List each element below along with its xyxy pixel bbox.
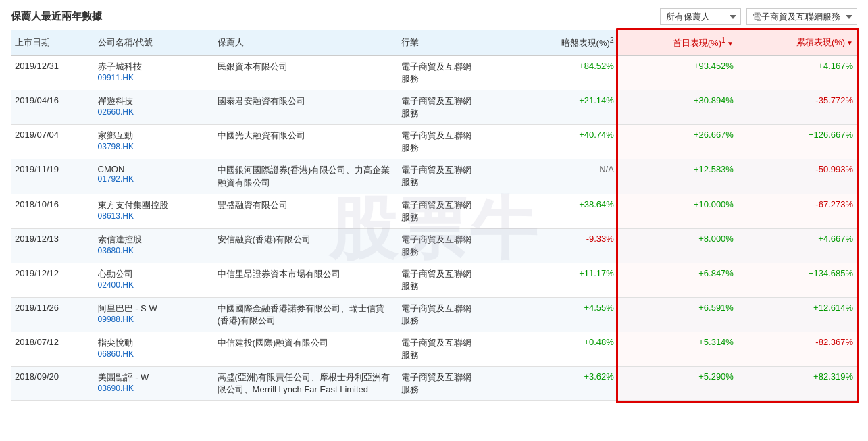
company-code: 01792.HK: [98, 174, 209, 184]
table-row: 2019/07/04家鄉互動03798.HK中國光大融資有限公司電子商貿及互聯網…: [11, 125, 857, 159]
cell-company: 指尖悅動06860.HK: [94, 332, 213, 367]
company-code: 03798.HK: [98, 142, 209, 151]
company-code: 03680.HK: [98, 246, 209, 255]
cell-listdate: 2019/11/26: [11, 297, 94, 332]
cell-industry: 電子商貿及互聯網 服務: [397, 263, 517, 297]
col-header-company: 公司名稱/代號: [94, 30, 213, 55]
company-name: 心動公司: [98, 268, 209, 280]
col-header-darkperf: 暗盤表現(%)2: [517, 30, 618, 55]
cell-sponsor: 中國銀河國際證券(香港)有限公司、力高企業融資有限公司: [213, 159, 397, 194]
table-row: 2018/07/12指尖悅動06860.HK中信建投(國際)融資有限公司電子商貿…: [11, 332, 857, 367]
cell-darkperf: +21.14%: [517, 90, 618, 125]
cell-industry: 電子商貿及互聯網 服務: [397, 297, 517, 332]
cell-company: 東方支付集團控股08613.HK: [94, 194, 213, 228]
cell-darkperf: +38.64%: [517, 194, 618, 228]
col-header-listdate: 上市日期: [11, 30, 94, 55]
industry-filter[interactable]: 電子商貿及互聯網服務: [746, 8, 857, 25]
cell-company: 家鄉互動03798.HK: [94, 125, 213, 159]
cell-cumperf: +4.667%: [738, 228, 857, 263]
company-code: 02660.HK: [98, 107, 209, 117]
table-row: 2019/12/31赤子城科技09911.HK民銀資本有限公司電子商貿及互聯網 …: [11, 55, 857, 90]
table-row: 2018/10/16東方支付集團控股08613.HK豐盛融資有限公司電子商貿及互…: [11, 194, 857, 228]
main-table: 上市日期 公司名稱/代號 保薦人 行業 暗盤表現(%)2 首日表現(%)1▼ 累…: [11, 30, 857, 401]
cell-sponsor: 高盛(亞洲)有限責任公司、摩根士丹利亞洲有限公司、Merrill Lynch F…: [213, 367, 397, 401]
company-name: CMON: [98, 164, 209, 174]
page-wrapper: 股票牛 保薦人最近兩年數據 所有保薦人 電子商貿及互聯網服務 上市日期 公司名稱…: [0, 0, 868, 441]
cell-listdate: 2018/07/12: [11, 332, 94, 367]
cell-company: 阿里巴巴 - S W09988.HK: [94, 297, 213, 332]
cell-company: CMON01792.HK: [94, 159, 213, 194]
cell-cumperf: -35.772%: [738, 90, 857, 125]
company-code: 02400.HK: [98, 280, 209, 290]
cell-firstday: +6.591%: [618, 297, 738, 332]
cell-listdate: 2019/12/31: [11, 55, 94, 90]
cell-sponsor: 豐盛融資有限公司: [213, 194, 397, 228]
cell-company: 心動公司02400.HK: [94, 263, 213, 297]
col-header-sponsor: 保薦人: [213, 30, 397, 55]
cell-darkperf: N/A: [517, 159, 618, 194]
cell-listdate: 2019/12/12: [11, 263, 94, 297]
col-header-firstday: 首日表現(%)1▼: [618, 30, 738, 55]
cell-cumperf: -67.273%: [738, 194, 857, 228]
company-code: 06860.HK: [98, 349, 209, 359]
cell-company: 美團點評 - W03690.HK: [94, 367, 213, 401]
table-row: 2018/09/20美團點評 - W03690.HK高盛(亞洲)有限責任公司、摩…: [11, 367, 857, 401]
cell-cumperf: +134.685%: [738, 263, 857, 297]
table-header-row: 上市日期 公司名稱/代號 保薦人 行業 暗盤表現(%)2 首日表現(%)1▼ 累…: [11, 30, 857, 55]
cell-industry: 電子商貿及互聯網 服務: [397, 55, 517, 90]
cell-sponsor: 中國光大融資有限公司: [213, 125, 397, 159]
cell-listdate: 2018/10/16: [11, 194, 94, 228]
cell-darkperf: -9.33%: [517, 228, 618, 263]
cell-cumperf: -50.993%: [738, 159, 857, 194]
cell-company: 禪遊科技02660.HK: [94, 90, 213, 125]
cell-firstday: +6.847%: [618, 263, 738, 297]
col-header-industry: 行業: [397, 30, 517, 55]
table-wrapper: 上市日期 公司名稱/代號 保薦人 行業 暗盤表現(%)2 首日表現(%)1▼ 累…: [11, 30, 857, 401]
company-name: 家鄉互動: [98, 130, 209, 142]
cell-firstday: +93.452%: [618, 55, 738, 90]
cell-industry: 電子商貿及互聯網 服務: [397, 332, 517, 367]
company-name: 美團點評 - W: [98, 371, 209, 384]
cell-company: 赤子城科技09911.HK: [94, 55, 213, 90]
cell-firstday: +10.000%: [618, 194, 738, 228]
cell-industry: 電子商貿及互聯網 服務: [397, 194, 517, 228]
company-name: 指尖悅動: [98, 337, 209, 349]
cell-listdate: 2019/11/19: [11, 159, 94, 194]
cell-industry: 電子商貿及互聯網 服務: [397, 90, 517, 125]
cell-firstday: +5.290%: [618, 367, 738, 401]
company-code: 09911.HK: [98, 73, 209, 82]
sponsor-filter[interactable]: 所有保薦人: [660, 8, 741, 25]
cell-sponsor: 國泰君安融資有限公司: [213, 90, 397, 125]
cell-sponsor: 民銀資本有限公司: [213, 55, 397, 90]
cell-listdate: 2019/12/13: [11, 228, 94, 263]
table-row: 2019/12/12心動公司02400.HK中信里昂證券資本市場有限公司電子商貿…: [11, 263, 857, 297]
cell-darkperf: +11.17%: [517, 263, 618, 297]
company-code: 03690.HK: [98, 384, 209, 393]
cell-cumperf: +82.319%: [738, 367, 857, 401]
table-row: 2019/04/16禪遊科技02660.HK國泰君安融資有限公司電子商貿及互聯網…: [11, 90, 857, 125]
cell-sponsor: 中信里昂證券資本市場有限公司: [213, 263, 397, 297]
company-code: 09988.HK: [98, 315, 209, 324]
table-row: 2019/11/26阿里巴巴 - S W09988.HK中國國際金融香港諾券有限…: [11, 297, 857, 332]
cell-listdate: 2018/09/20: [11, 367, 94, 401]
cell-firstday: +30.894%: [618, 90, 738, 125]
company-code: 08613.HK: [98, 211, 209, 221]
company-name: 索信達控股: [98, 234, 209, 246]
cell-darkperf: +0.48%: [517, 332, 618, 367]
cell-darkperf: +3.62%: [517, 367, 618, 401]
cell-cumperf: -82.367%: [738, 332, 857, 367]
cell-cumperf: +126.667%: [738, 125, 857, 159]
company-name: 阿里巴巴 - S W: [98, 303, 209, 315]
cell-firstday: +8.000%: [618, 228, 738, 263]
header-row: 保薦人最近兩年數據 所有保薦人 電子商貿及互聯網服務: [11, 8, 857, 25]
cell-industry: 電子商貿及互聯網 服務: [397, 125, 517, 159]
table-row: 2019/11/19CMON01792.HK中國銀河國際證券(香港)有限公司、力…: [11, 159, 857, 194]
cell-firstday: +5.314%: [618, 332, 738, 367]
page-title: 保薦人最近兩年數據: [11, 10, 102, 23]
cell-firstday: +12.583%: [618, 159, 738, 194]
cell-listdate: 2019/04/16: [11, 90, 94, 125]
cell-cumperf: +12.614%: [738, 297, 857, 332]
cell-company: 索信達控股03680.HK: [94, 228, 213, 263]
cell-sponsor: 安信融資(香港)有限公司: [213, 228, 397, 263]
company-name: 東方支付集團控股: [98, 199, 209, 211]
